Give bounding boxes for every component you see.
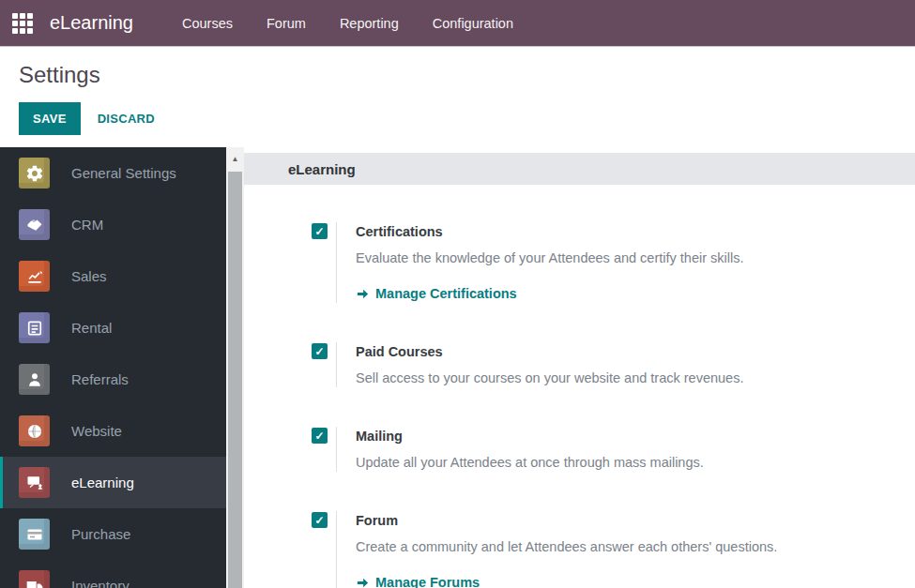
card-icon: [19, 519, 50, 550]
scrollbar-up-icon[interactable]: ▲: [226, 147, 244, 170]
discard-button[interactable]: DISCARD: [98, 112, 155, 126]
navbar-menu-item[interactable]: Forum: [250, 2, 323, 45]
arrow-right-icon: [356, 287, 370, 301]
page-title: Settings: [19, 62, 915, 88]
settings-sidebar: General Settings CRM Sales Rental Referr…: [0, 147, 226, 588]
sidebar-item-website[interactable]: Website: [0, 405, 226, 457]
sidebar-item-crm[interactable]: CRM: [0, 199, 226, 250]
settings-main-panel: eLearning ✓ Certifications Evaluate the …: [244, 147, 915, 588]
workspace: General Settings CRM Sales Rental Referr…: [0, 147, 915, 588]
checkbox-checked[interactable]: ✓: [312, 223, 328, 239]
handshake-icon: [19, 209, 50, 240]
setting-row: ✓ Paid Courses Sell access to your cours…: [312, 342, 915, 387]
sidebar-item-sales[interactable]: Sales: [0, 250, 226, 302]
person-icon: [19, 364, 50, 395]
setting-row: ✓ Certifications Evaluate the knowledge …: [312, 222, 915, 303]
sidebar-item-referrals[interactable]: Referrals: [0, 354, 226, 405]
sidebar-item-label: Purchase: [71, 526, 130, 542]
sidebar-item-label: Referrals: [71, 371, 129, 387]
sidebar-item-general-settings[interactable]: General Settings: [0, 147, 226, 199]
setting-description: Evaluate the knowledge of your Attendees…: [356, 249, 743, 267]
truck-icon: [19, 570, 50, 588]
setting-label: Paid Courses: [356, 342, 743, 361]
gear-icon: [19, 158, 50, 188]
setting-row: ✓ Forum Create a community and let Atten…: [312, 511, 915, 588]
setting-label: Mailing: [356, 427, 704, 445]
checkbox-cell: ✓: [312, 511, 337, 588]
sidebar-item-purchase[interactable]: Purchase: [0, 508, 226, 560]
scrollbar-thumb[interactable]: [228, 172, 242, 588]
sidebar-item-inventory[interactable]: Inventory: [0, 560, 226, 588]
save-button[interactable]: SAVE: [19, 102, 81, 135]
sidebar-item-label: CRM: [71, 217, 103, 233]
presentation-icon: [19, 467, 50, 498]
setting-description: Update all your Attendees at once throug…: [356, 453, 704, 472]
top-navbar: eLearning Courses Forum Reporting Config…: [0, 0, 915, 47]
section-header: eLearning: [244, 153, 915, 185]
checkbox-cell: ✓: [312, 222, 337, 303]
setting-row: ✓ Mailing Update all your Attendees at o…: [312, 427, 915, 472]
sidebar-item-rental[interactable]: Rental: [0, 302, 226, 354]
sidebar-item-label: Inventory: [71, 578, 130, 588]
manage-link-label: Manage Forums: [375, 573, 480, 588]
setting-description: Sell access to your courses on your webs…: [356, 369, 743, 387]
chart-icon: [19, 261, 50, 292]
navbar-menu-item[interactable]: Configuration: [416, 2, 530, 45]
manage-link[interactable]: Manage Forums: [356, 573, 777, 588]
app-title: eLearning: [50, 12, 133, 34]
apps-grid-icon[interactable]: [12, 13, 33, 34]
globe-icon: [19, 415, 50, 446]
sidebar-item-label: Website: [71, 423, 122, 439]
checkbox-checked[interactable]: ✓: [312, 428, 328, 444]
sidebar-item-label: Sales: [71, 268, 107, 284]
setting-label: Forum: [356, 511, 777, 530]
navbar-menu-item[interactable]: Courses: [165, 2, 250, 45]
manage-link-label: Manage Certifications: [375, 284, 517, 303]
sidebar-scrollbar[interactable]: ▲: [226, 147, 244, 588]
sidebar-item-label: Rental: [71, 320, 112, 336]
control-panel: Settings SAVE DISCARD: [0, 47, 915, 147]
checkbox-checked[interactable]: ✓: [312, 512, 328, 528]
navbar-menu-item[interactable]: Reporting: [323, 2, 416, 45]
setting-description: Create a community and let Attendees ans…: [356, 537, 777, 556]
checkbox-cell: ✓: [312, 342, 337, 387]
checkbox-checked[interactable]: ✓: [312, 343, 328, 359]
sidebar-item-label: General Settings: [71, 165, 176, 181]
checkbox-cell: ✓: [312, 427, 337, 472]
settings-list: ✓ Certifications Evaluate the knowledge …: [244, 185, 915, 588]
document-icon: [19, 312, 50, 343]
arrow-right-icon: [356, 576, 370, 588]
sidebar-item-label: eLearning: [71, 475, 134, 490]
sidebar-item-elearning[interactable]: eLearning: [0, 457, 226, 508]
manage-link[interactable]: Manage Certifications: [356, 284, 743, 303]
navbar-menu: Courses Forum Reporting Configuration: [165, 2, 530, 45]
setting-label: Certifications: [356, 222, 743, 241]
